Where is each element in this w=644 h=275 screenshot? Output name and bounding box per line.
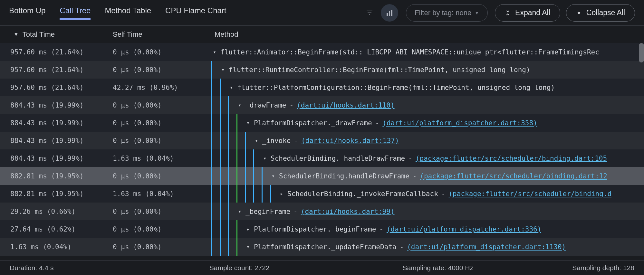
chevron-right-icon[interactable]: ▸ <box>279 191 284 197</box>
chevron-right-icon[interactable]: ▸ <box>245 226 251 232</box>
tree-guide-line <box>218 79 227 96</box>
method-name: SchedulerBinding.handleDrawFrame <box>279 172 409 180</box>
chart-icon-button[interactable] <box>381 4 398 22</box>
table-row[interactable]: 882.81 ms (19.95%)1.63 ms (0.04%)▸Schedu… <box>0 185 644 203</box>
expand-all-button[interactable]: Expand All <box>495 4 560 22</box>
tree-guides <box>210 61 218 79</box>
method-body: ▾_drawFrame - (dart:ui/hooks.dart:110) <box>235 96 395 114</box>
method-name: SchedulerBinding._handleDrawFrame <box>271 155 405 162</box>
table-row[interactable]: 957.60 ms (21.64%)0 µs (0.00%)▾flutter::… <box>0 61 644 79</box>
tree-guide-line <box>227 96 235 114</box>
cell-total-time: 1.63 ms (0.04%) <box>0 238 108 256</box>
source-link[interactable]: (dart:ui/platform_dispatcher.dart:1130) <box>407 243 566 251</box>
table-row[interactable]: 884.43 ms (19.99%)0 µs (0.00%)▾_drawFram… <box>0 96 644 114</box>
source-link[interactable]: (package:flutter/src/scheduler/binding.d <box>448 190 611 198</box>
table-row[interactable]: 884.43 ms (19.99%)1.63 ms (0.04%)▾Schedu… <box>0 149 644 167</box>
bar-chart-icon <box>386 9 393 17</box>
chevron-down-icon[interactable]: ▾ <box>254 138 259 144</box>
chevron-down-icon[interactable]: ▾ <box>245 244 251 250</box>
tree-guide-line <box>244 132 252 149</box>
tree-guide-line <box>252 149 260 167</box>
column-headers: ▼ Total Time Self Time Method <box>0 26 644 43</box>
collapse-all-button[interactable]: Collapse All <box>566 4 635 22</box>
table-row[interactable]: 957.60 ms (21.64%)0 µs (0.00%)▾flutter::… <box>0 43 644 61</box>
tree-guide-line <box>227 203 235 220</box>
column-header-self-time[interactable]: Self Time <box>108 26 210 43</box>
table-row[interactable]: 957.60 ms (21.64%)42.27 ms (0.96%)▾flutt… <box>0 79 644 96</box>
cell-method: ▾PlatformDispatcher._drawFrame - (dart:u… <box>210 114 644 132</box>
method-body: ▾_beginFrame - (dart:ui/hooks.dart:99) <box>235 203 395 220</box>
tree-guide-line <box>218 185 227 203</box>
cell-total-time: 884.43 ms (19.99%) <box>0 149 108 167</box>
profiler-tabs: Bottom Up Call Tree Method Table CPU Fla… <box>9 6 226 20</box>
column-header-method[interactable]: Method <box>210 26 644 43</box>
tab-cpu-flame-chart[interactable]: CPU Flame Chart <box>165 6 226 20</box>
tree-guide-line <box>210 96 218 114</box>
table-row[interactable]: 27.64 ms (0.62%)0 µs (0.00%)▸PlatformDis… <box>0 220 644 238</box>
filter-icon-button[interactable] <box>361 4 378 22</box>
method-body: ▾flutter::PlatformConfiguration::BeginFr… <box>227 79 555 96</box>
expand-all-label: Expand All <box>515 8 550 17</box>
cell-self-time: 0 µs (0.00%) <box>108 43 210 61</box>
status-sample-count: Sample count: 2722 <box>132 264 319 272</box>
tree-guides <box>210 238 244 256</box>
tree-guide-line <box>227 185 235 203</box>
cell-method: ▸PlatformDispatcher._beginFrame - (dart:… <box>210 220 644 238</box>
profiler-toolbar: Bottom Up Call Tree Method Table CPU Fla… <box>0 0 644 26</box>
svg-rect-3 <box>387 13 388 16</box>
tree-guide-line <box>210 220 218 238</box>
cell-total-time: 957.60 ms (21.64%) <box>0 43 108 61</box>
source-separator: - <box>408 155 412 162</box>
cell-total-time: 882.81 ms (19.95%) <box>0 167 108 185</box>
tree-guide-line <box>210 185 218 203</box>
cell-self-time: 0 µs (0.00%) <box>108 167 210 185</box>
status-sampling-rate: Sampling rate: 4000 Hz <box>332 264 512 272</box>
tree-guide-line <box>235 167 244 185</box>
table-row[interactable]: 884.43 ms (19.99%)0 µs (0.00%)▾PlatformD… <box>0 114 644 132</box>
cell-method: ▾SchedulerBinding._handleDrawFrame - (pa… <box>210 149 644 167</box>
tree-guide-line <box>244 185 252 203</box>
source-link[interactable]: (package:flutter/src/scheduler/binding.d… <box>416 155 607 162</box>
chevron-down-icon[interactable]: ▾ <box>229 84 234 90</box>
cell-method: ▾flutter::RuntimeController::BeginFrame(… <box>210 61 644 79</box>
tab-method-table[interactable]: Method Table <box>105 6 151 20</box>
method-body: ▸SchedulerBinding._invokeFrameCallback -… <box>277 185 611 203</box>
source-link[interactable]: (dart:ui/hooks.dart:137) <box>301 137 399 145</box>
method-body: ▾flutter::RuntimeController::BeginFrame(… <box>218 61 530 79</box>
tree-guide-line <box>227 132 235 149</box>
method-name: flutter::PlatformConfiguration::BeginFra… <box>237 84 555 91</box>
method-name: PlatformDispatcher._drawFrame <box>254 119 372 127</box>
table-row[interactable]: 882.81 ms (19.95%)0 µs (0.00%)▾Scheduler… <box>0 167 644 185</box>
tree-guides <box>210 114 244 132</box>
method-body: ▾PlatformDispatcher._updateFrameData - (… <box>244 238 566 256</box>
filter-icon <box>366 9 373 17</box>
chevron-down-icon[interactable]: ▾ <box>212 49 217 55</box>
source-link[interactable]: (dart:ui/hooks.dart:110) <box>297 101 394 109</box>
tab-call-tree[interactable]: Call Tree <box>60 6 91 20</box>
tab-bottom-up[interactable]: Bottom Up <box>9 6 45 20</box>
chevron-down-icon[interactable]: ▾ <box>245 120 251 126</box>
tree-guides <box>210 220 244 238</box>
filter-by-tag-dropdown[interactable]: Filter by tag: none ▼ <box>406 4 488 22</box>
column-header-total-time[interactable]: ▼ Total Time <box>0 26 108 43</box>
table-row[interactable]: 1.63 ms (0.04%)0 µs (0.00%)▾PlatformDisp… <box>0 238 644 256</box>
cell-method: ▸SchedulerBinding._invokeFrameCallback -… <box>210 185 644 203</box>
tree-guide-line <box>218 220 227 238</box>
tree-guide-line <box>235 185 244 203</box>
tree-guide-line <box>210 167 218 185</box>
source-link[interactable]: (package:flutter/src/scheduler/binding.d… <box>420 172 607 180</box>
source-link[interactable]: (dart:ui/hooks.dart:99) <box>301 208 395 215</box>
chevron-down-icon[interactable]: ▾ <box>271 173 276 179</box>
tree-guide-line <box>244 167 252 185</box>
chevron-down-icon[interactable]: ▾ <box>237 102 242 108</box>
table-row[interactable]: 884.43 ms (19.99%)0 µs (0.00%)▾_invoke -… <box>0 132 644 149</box>
table-row[interactable]: 29.26 ms (0.66%)0 µs (0.00%)▾_beginFrame… <box>0 203 644 220</box>
tree-guide-line <box>210 238 218 256</box>
chevron-down-icon[interactable]: ▾ <box>262 155 267 161</box>
source-link[interactable]: (dart:ui/platform_dispatcher.dart:336) <box>387 225 541 233</box>
chevron-down-icon[interactable]: ▾ <box>237 208 242 214</box>
source-link[interactable]: (dart:ui/platform_dispatcher.dart:358) <box>382 119 537 127</box>
chevron-down-icon[interactable]: ▾ <box>220 67 226 73</box>
vertical-scrollbar[interactable] <box>639 43 644 62</box>
tree-guide-line <box>252 185 260 203</box>
